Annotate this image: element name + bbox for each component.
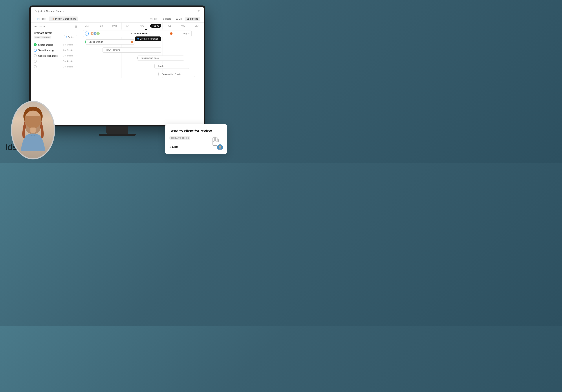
- filter-icon: ≡: [150, 18, 152, 20]
- task-label: Construction Docs: [38, 54, 61, 57]
- tab-project-management[interactable]: 📋 Project Management: [49, 16, 78, 21]
- month-feb: FEB: [94, 23, 108, 29]
- project-meta: TOWN PLANNING Active ▾: [34, 35, 77, 39]
- task-item[interactable]: 0 of 3 tasks ⋯: [31, 64, 80, 69]
- sidebar-title: PROJECTS: [34, 25, 45, 28]
- bar-accent-gray3: [158, 73, 159, 76]
- main-project-bar[interactable]: i A B C Cremore Street Aug 28: [83, 30, 191, 37]
- card-title: Send to client for review: [169, 129, 223, 133]
- task-more-icon[interactable]: ⋯: [75, 60, 77, 63]
- person-svg: [12, 101, 54, 160]
- month-aug: AUG: [176, 23, 190, 29]
- construction-service-bar[interactable]: Construction Service: [158, 72, 195, 77]
- timeline-icon: ⊟: [187, 18, 189, 20]
- view-controls: ⊞ Board ☰ List ⊟ Timeline: [160, 17, 200, 21]
- breadcrumb-parent[interactable]: Projects: [35, 10, 43, 12]
- task-more-icon[interactable]: ⋯: [75, 43, 77, 46]
- timeline-body: i A B C Cremore Street Aug 28: [80, 29, 204, 125]
- month-mar: MAR: [108, 23, 122, 29]
- bar-accent-blue: [103, 48, 103, 51]
- breadcrumb-current: Cremore Street ▾: [46, 10, 64, 12]
- project-card: Cremore Street TOWN PLANNING Active ▾: [31, 30, 80, 41]
- cp-label: Client Presentation: [140, 38, 158, 40]
- task-item[interactable]: 0 of 4 tasks ⋯: [31, 58, 80, 64]
- today-label: TODAY: [150, 24, 161, 28]
- app-tabs: 📄 Files 📋 Project Management ≡ Filter ⊞ …: [31, 15, 204, 23]
- monitor-stand: [106, 127, 128, 134]
- tab-files[interactable]: 📄 Files: [35, 16, 48, 21]
- bar-accent-green: [85, 41, 86, 44]
- task-item[interactable]: Town Planning 1 of 3 tasks ⋯: [31, 47, 80, 53]
- list-icon: ☰: [176, 18, 178, 20]
- month-jul: JUL: [163, 23, 176, 29]
- board-view-button[interactable]: ⊞ Board: [160, 17, 173, 21]
- app-main: PROJECTS ⊞ Cremore Street TOWN PLANNING …: [31, 23, 204, 125]
- month-today: TODAY: [149, 23, 163, 29]
- breadcrumb: Projects / Cremore Street ▾: [35, 10, 64, 12]
- task-done-icon: [34, 43, 37, 46]
- construction-docs-bar[interactable]: Construction Docs: [137, 56, 184, 61]
- sketch-bar-label: Sketch Design: [89, 41, 103, 43]
- task-more-icon[interactable]: ⋯: [75, 54, 77, 57]
- task-list: Sketch Design 5 of 5 tasks ⋯ Town Planni…: [31, 41, 80, 70]
- status-badge[interactable]: Active ▾: [64, 35, 77, 39]
- tender-bar-label: Tender: [158, 65, 165, 68]
- app-header: Projects / Cremore Street ▾ ⋯ ⊟: [31, 7, 204, 15]
- timeline-row-constr-service: Construction Service: [80, 70, 204, 78]
- timeline-view-button[interactable]: ⊟ Timeline: [185, 17, 200, 21]
- town-planning-bar[interactable]: Town Planning: [103, 47, 162, 53]
- timeline-header: JAN FEB MAR APR MAY TODAY JUL AUG SEP: [80, 23, 204, 29]
- info-icon: i: [85, 32, 89, 35]
- constr-service-bar-label: Construction Service: [162, 73, 182, 76]
- task-count: 1 of 3 tasks: [63, 49, 73, 51]
- timeline-row-tender: Tender: [80, 62, 204, 70]
- hand-svg: [211, 136, 220, 147]
- more-icon[interactable]: ⋯: [193, 10, 196, 12]
- task-label: Sketch Design: [38, 44, 61, 46]
- tender-bar[interactable]: Tender: [154, 64, 189, 69]
- project-date-label: Aug 28: [183, 33, 190, 35]
- bar-accent-gray2: [154, 65, 155, 68]
- svg-rect-6: [213, 138, 214, 142]
- construction-bar-label: Construction Docs: [141, 57, 159, 59]
- sidebar-header: PROJECTS ⊞: [31, 23, 80, 30]
- header-right: ⋯ ⊟: [193, 10, 200, 12]
- card-date: 5 AUG: [169, 146, 178, 149]
- svg-rect-8: [216, 137, 217, 141]
- hand-cursor-icon: [211, 136, 220, 149]
- layout-icon[interactable]: ⊟: [198, 10, 200, 12]
- card-badge: SCHEMATIC DESIGN: [169, 136, 190, 140]
- task-item[interactable]: Construction Docs 0 of 3 tasks ⋯: [31, 53, 80, 58]
- portrait-background: [12, 102, 54, 158]
- task-count: 0 of 4 tasks: [63, 60, 73, 62]
- task-count: 5 of 5 tasks: [63, 44, 73, 46]
- task-in-progress-icon: [34, 49, 37, 52]
- cp-dot-icon: [137, 38, 139, 40]
- project-name: Cremore Street: [34, 32, 77, 35]
- task-more-icon[interactable]: ⋯: [75, 65, 77, 68]
- client-presentation-tooltip: Client Presentation: [135, 36, 161, 41]
- avatar-group: A B C: [90, 32, 100, 35]
- month-apr: APR: [122, 23, 135, 29]
- app-screen: Projects / Cremore Street ▾ ⋯ ⊟ 📄 Files …: [31, 7, 204, 125]
- month-jan: JAN: [80, 23, 94, 29]
- task-item[interactable]: Sketch Design 5 of 5 tasks ⋯: [31, 42, 80, 47]
- timeline-row-town: Town Planning: [80, 46, 204, 54]
- task-count: 0 of 3 tasks: [63, 55, 73, 57]
- sketch-design-bar[interactable]: Sketch Design: [85, 39, 135, 45]
- list-view-button[interactable]: ☰ List: [174, 17, 185, 21]
- task-todo-icon: [34, 65, 37, 68]
- breadcrumb-separator: /: [44, 10, 45, 12]
- avatar: C: [96, 32, 100, 35]
- filter-button[interactable]: ≡ Filter: [148, 17, 160, 21]
- status-dot-icon: [66, 36, 67, 38]
- month-sep: SEP: [190, 23, 204, 29]
- diamond-icon: [130, 40, 133, 44]
- today-line: [146, 29, 146, 125]
- breadcrumb-chevron-icon[interactable]: ▾: [63, 10, 64, 12]
- timeline-area: JAN FEB MAR APR MAY TODAY JUL AUG SEP: [80, 23, 204, 125]
- task-more-icon[interactable]: ⋯: [75, 49, 77, 52]
- bar-accent-gray: [137, 57, 138, 59]
- add-project-icon[interactable]: ⊞: [75, 25, 77, 28]
- task-label: Town Planning: [38, 49, 61, 52]
